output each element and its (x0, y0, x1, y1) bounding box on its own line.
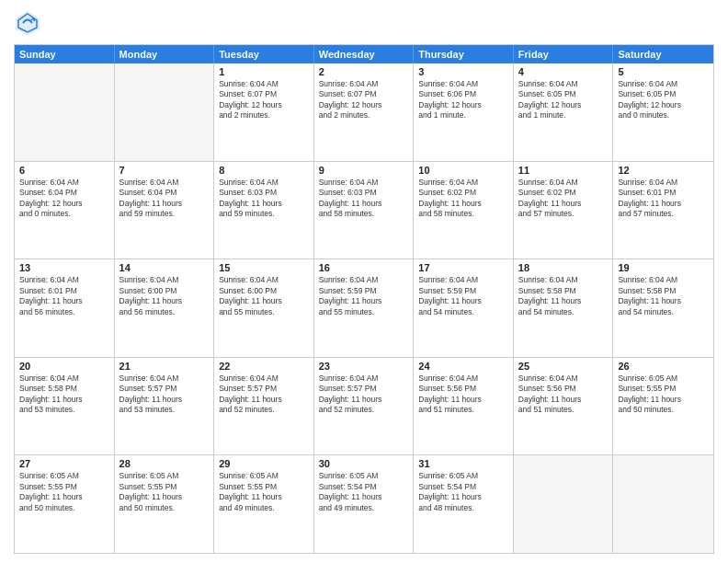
calendar-cell: 13Sunrise: 6:04 AMSunset: 6:01 PMDayligh… (15, 259, 115, 357)
day-number: 5 (618, 66, 709, 77)
day-number: 6 (19, 165, 109, 176)
cell-info-line: Sunset: 6:00 PM (119, 286, 210, 296)
cell-info-line: and 54 minutes. (418, 307, 508, 317)
cell-info-line: Sunset: 6:02 PM (518, 188, 609, 198)
calendar-cell: 5Sunrise: 6:04 AMSunset: 6:05 PMDaylight… (613, 63, 713, 161)
calendar-cell: 26Sunrise: 6:05 AMSunset: 5:55 PMDayligh… (613, 358, 713, 455)
day-number: 28 (119, 458, 210, 469)
cell-info-line: Daylight: 11 hours (518, 296, 609, 306)
calendar-header: SundayMondayTuesdayWednesdayThursdayFrid… (15, 45, 713, 63)
cell-info-line: Sunrise: 6:04 AM (418, 373, 508, 384)
cell-info-line: and 1 minute. (518, 110, 609, 121)
cell-info-line: Daylight: 12 hours (19, 199, 109, 209)
calendar-cell: 4Sunrise: 6:04 AMSunset: 6:05 PMDaylight… (514, 63, 614, 161)
cell-info-line: Daylight: 11 hours (219, 199, 309, 209)
calendar-row: 6Sunrise: 6:04 AMSunset: 6:04 PMDaylight… (15, 161, 713, 259)
cell-info-line: Daylight: 12 hours (319, 100, 409, 110)
cell-info-line: Sunrise: 6:04 AM (119, 275, 210, 285)
weekday-header: Thursday (414, 45, 514, 63)
cell-info-line: Sunrise: 6:04 AM (319, 79, 409, 89)
day-number: 21 (119, 361, 210, 372)
day-number: 9 (319, 165, 409, 176)
cell-info-line: Sunrise: 6:04 AM (319, 178, 409, 188)
cell-info-line: Sunset: 5:57 PM (319, 384, 409, 394)
cell-info-line: Sunrise: 6:04 AM (219, 178, 309, 188)
cell-info-line: Daylight: 12 hours (618, 100, 709, 110)
cell-info-line: Daylight: 11 hours (618, 395, 709, 405)
cell-info-line: Sunset: 5:55 PM (119, 482, 210, 492)
cell-info-line: and 54 minutes. (518, 307, 609, 317)
cell-info-line: and 48 minutes. (418, 503, 508, 513)
day-number: 30 (319, 458, 409, 469)
cell-info-line: and 54 minutes. (618, 307, 709, 317)
calendar-cell (514, 455, 614, 553)
calendar-cell: 31Sunrise: 6:05 AMSunset: 5:54 PMDayligh… (414, 455, 514, 553)
calendar-cell: 29Sunrise: 6:05 AMSunset: 5:55 PMDayligh… (214, 455, 314, 553)
cell-info-line: Sunset: 5:58 PM (518, 286, 609, 296)
cell-info-line: Sunrise: 6:04 AM (418, 275, 508, 285)
cell-info-line: Sunset: 6:05 PM (618, 89, 709, 99)
day-number: 31 (418, 458, 508, 469)
calendar-cell: 3Sunrise: 6:04 AMSunset: 6:06 PMDaylight… (414, 63, 514, 161)
cell-info-line: and 53 minutes. (19, 405, 109, 415)
cell-info-line: Sunset: 6:07 PM (319, 89, 409, 99)
calendar: SundayMondayTuesdayWednesdayThursdayFrid… (14, 44, 714, 554)
calendar-cell: 15Sunrise: 6:04 AMSunset: 6:00 PMDayligh… (214, 259, 314, 357)
cell-info-line: Sunset: 5:55 PM (19, 482, 109, 492)
cell-info-line: Sunset: 5:58 PM (618, 286, 709, 296)
cell-info-line: Sunrise: 6:04 AM (219, 79, 309, 89)
cell-info-line: Daylight: 11 hours (119, 395, 210, 405)
calendar-cell: 11Sunrise: 6:04 AMSunset: 6:02 PMDayligh… (514, 162, 614, 259)
weekday-header: Saturday (613, 45, 713, 63)
cell-info-line: Daylight: 11 hours (219, 296, 309, 306)
page: SundayMondayTuesdayWednesdayThursdayFrid… (0, 0, 728, 563)
cell-info-line: and 2 minutes. (219, 110, 309, 121)
cell-info-line: and 50 minutes. (119, 503, 210, 513)
day-number: 11 (518, 165, 609, 176)
cell-info-line: Sunrise: 6:04 AM (618, 275, 709, 285)
cell-info-line: Sunrise: 6:04 AM (19, 275, 109, 285)
cell-info-line: Sunrise: 6:04 AM (119, 178, 210, 188)
cell-info-line: Daylight: 11 hours (618, 199, 709, 209)
cell-info-line: Sunset: 6:00 PM (219, 286, 309, 296)
weekday-header: Monday (115, 45, 215, 63)
cell-info-line: Sunset: 5:57 PM (119, 384, 210, 394)
day-number: 10 (418, 165, 508, 176)
calendar-cell: 12Sunrise: 6:04 AMSunset: 6:01 PMDayligh… (613, 162, 713, 259)
cell-info-line: and 56 minutes. (119, 307, 210, 317)
logo (14, 9, 45, 37)
cell-info-line: Sunset: 6:03 PM (319, 188, 409, 198)
cell-info-line: Sunset: 5:58 PM (19, 384, 109, 394)
day-number: 18 (518, 262, 609, 273)
cell-info-line: Sunrise: 6:04 AM (219, 373, 309, 384)
cell-info-line: Sunrise: 6:04 AM (418, 79, 508, 89)
cell-info-line: Sunrise: 6:04 AM (618, 178, 709, 188)
cell-info-line: Daylight: 11 hours (418, 492, 508, 502)
header (14, 9, 714, 37)
calendar-row: 20Sunrise: 6:04 AMSunset: 5:58 PMDayligh… (15, 357, 713, 455)
cell-info-line: and 59 minutes. (119, 209, 210, 219)
cell-info-line: Sunset: 5:57 PM (219, 384, 309, 394)
cell-info-line: Sunrise: 6:04 AM (219, 275, 309, 285)
calendar-cell: 8Sunrise: 6:04 AMSunset: 6:03 PMDaylight… (214, 162, 314, 259)
day-number: 2 (319, 66, 409, 77)
day-number: 12 (618, 165, 709, 176)
cell-info-line: Daylight: 11 hours (119, 492, 210, 502)
cell-info-line: and 58 minutes. (418, 209, 508, 219)
cell-info-line: and 57 minutes. (518, 209, 609, 219)
cell-info-line: Sunrise: 6:04 AM (418, 178, 508, 188)
cell-info-line: and 0 minutes. (19, 209, 109, 219)
cell-info-line: and 49 minutes. (219, 503, 309, 513)
calendar-cell: 24Sunrise: 6:04 AMSunset: 5:56 PMDayligh… (414, 358, 514, 455)
cell-info-line: Daylight: 11 hours (119, 199, 210, 209)
cell-info-line: Sunset: 6:07 PM (219, 89, 309, 99)
day-number: 17 (418, 262, 508, 273)
cell-info-line: Sunrise: 6:04 AM (618, 79, 709, 89)
cell-info-line: Sunset: 5:59 PM (319, 286, 409, 296)
cell-info-line: Sunset: 6:05 PM (518, 89, 609, 99)
day-number: 8 (219, 165, 309, 176)
calendar-cell: 25Sunrise: 6:04 AMSunset: 5:56 PMDayligh… (514, 358, 614, 455)
day-number: 13 (19, 262, 109, 273)
cell-info-line: and 50 minutes. (19, 503, 109, 513)
cell-info-line: Sunset: 6:03 PM (219, 188, 309, 198)
